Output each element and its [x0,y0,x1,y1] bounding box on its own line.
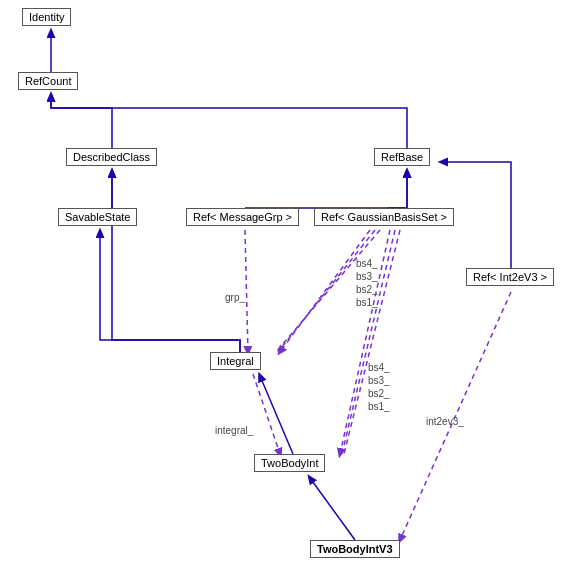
node-refint2ev3: Ref< Int2eV3 > [466,268,554,286]
label-integral: integral_ [215,425,253,436]
diagram-container: Identity RefCount DescribedClass RefBase… [0,0,562,582]
node-refbase: RefBase [374,148,430,166]
svg-line-3 [310,478,355,540]
node-refcount: RefCount [18,72,78,90]
node-twobodyint: TwoBodyInt [254,454,325,472]
label-bs4-1: bs4_ [356,258,378,269]
label-bs2-1: bs2_ [356,284,378,295]
label-int2ev3: int2ev3_ [426,416,464,427]
label-bs3-1: bs3_ [356,271,378,282]
svg-line-2 [260,376,293,454]
label-bs2-2: bs2_ [368,388,390,399]
node-identity: Identity [22,8,71,26]
node-describedclass: DescribedClass [66,148,157,166]
svg-line-11 [253,374,280,454]
svg-line-4 [245,230,248,352]
arrows-svg [0,0,562,582]
label-grp: grp_ [225,292,245,303]
label-bs1-2: bs1_ [368,401,390,412]
node-savablestate: SavableState [58,208,137,226]
label-bs1-1: bs1_ [356,297,378,308]
node-integral: Integral [210,352,261,370]
node-twobodyintv3: TwoBodyIntV3 [310,540,400,558]
label-bs4-2: bs4_ [368,362,390,373]
node-refmessagegrp: Ref< MessageGrp > [186,208,299,226]
label-bs3-2: bs3_ [368,375,390,386]
node-refgaussianbasisset: Ref< GaussianBasisSet > [314,208,454,226]
